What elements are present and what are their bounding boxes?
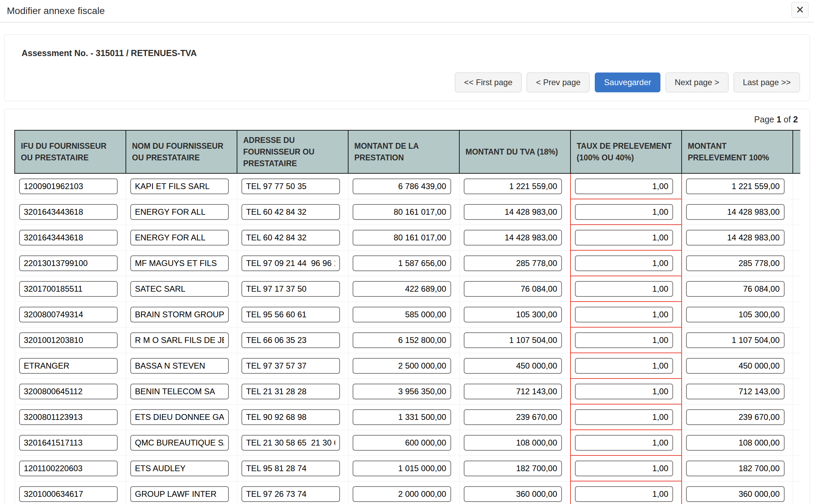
save-button[interactable]: Sauvegarder [595,72,660,92]
prestation-input[interactable] [353,230,451,246]
cell-adresse [237,302,348,327]
prelevement-input[interactable] [686,384,785,399]
prestation-input[interactable] [353,435,451,451]
nom-input[interactable] [130,230,229,246]
prelevement-input[interactable] [686,307,785,322]
tva-input[interactable] [464,486,562,502]
prestation-input[interactable] [353,461,451,476]
tva-input[interactable] [464,409,562,425]
taux-input[interactable] [575,358,673,374]
nom-input[interactable] [130,307,229,322]
prestation-input[interactable] [353,332,451,348]
taux-input[interactable] [575,230,673,246]
prelevement-input[interactable] [686,486,785,502]
prestation-input[interactable] [353,384,451,399]
tva-input[interactable] [464,204,562,220]
nom-input[interactable] [130,332,229,348]
nom-input[interactable] [130,461,229,476]
adresse-input[interactable] [241,204,340,220]
adresse-input[interactable] [241,358,340,374]
prestation-input[interactable] [353,204,451,220]
nom-input[interactable] [130,255,229,271]
adresse-input[interactable] [241,332,340,348]
prelevement-input[interactable] [686,255,785,271]
nom-input[interactable] [130,486,229,502]
tva-input[interactable] [464,435,562,451]
adresse-input[interactable] [241,384,340,399]
adresse-input[interactable] [241,435,340,451]
tva-input[interactable] [464,461,562,476]
tva-input[interactable] [464,307,562,322]
prestation-input[interactable] [353,281,451,297]
ifu-input[interactable] [19,461,118,476]
ifu-input[interactable] [19,384,118,399]
taux-input[interactable] [575,409,673,425]
prestation-input[interactable] [353,178,451,194]
prestation-input[interactable] [353,255,451,271]
prestation-input[interactable] [353,486,451,502]
prelevement-input[interactable] [686,281,785,297]
taux-input[interactable] [575,435,673,451]
ifu-input[interactable] [19,409,118,425]
ifu-input[interactable] [19,332,118,348]
annex-table: IFU DU FOURNISSEUR OU PRESTATAIRENOM DU … [14,130,800,504]
adresse-input[interactable] [241,281,340,297]
taux-input[interactable] [575,204,673,220]
tva-input[interactable] [464,358,562,374]
tva-input[interactable] [464,178,562,194]
adresse-input[interactable] [241,486,340,502]
prelevement-input[interactable] [686,358,785,374]
prelevement-input[interactable] [686,409,785,425]
tva-input[interactable] [464,230,562,246]
taux-input[interactable] [575,255,673,271]
ifu-input[interactable] [19,358,118,374]
cell-nom [126,455,237,481]
tva-input[interactable] [464,255,562,271]
prelevement-input[interactable] [686,332,785,348]
tva-input[interactable] [464,332,562,348]
prestation-input[interactable] [353,307,451,322]
nom-input[interactable] [130,178,229,194]
ifu-input[interactable] [19,281,118,297]
first-page-button[interactable]: << First page [455,72,522,92]
ifu-input[interactable] [19,204,118,220]
ifu-input[interactable] [19,307,118,322]
prelevement-input[interactable] [686,204,785,220]
ifu-input[interactable] [19,435,118,451]
taux-input[interactable] [575,307,673,322]
next-page-button[interactable]: Next page > [666,72,728,92]
adresse-input[interactable] [241,409,340,425]
ifu-input[interactable] [19,255,118,271]
nom-input[interactable] [130,384,229,399]
taux-input[interactable] [575,178,673,194]
taux-input[interactable] [575,281,673,297]
adresse-input[interactable] [241,255,340,271]
ifu-input[interactable] [19,178,118,194]
last-page-button[interactable]: Last page >> [734,72,800,92]
nom-input[interactable] [130,435,229,451]
ifu-input[interactable] [19,486,118,502]
adresse-input[interactable] [241,230,340,246]
ifu-input[interactable] [19,230,118,246]
prestation-input[interactable] [353,358,451,374]
adresse-input[interactable] [241,178,340,194]
prelevement-input[interactable] [686,435,785,451]
adresse-input[interactable] [241,461,340,476]
nom-input[interactable] [130,409,229,425]
nom-input[interactable] [130,281,229,297]
taux-input[interactable] [575,332,673,348]
nom-input[interactable] [130,204,229,220]
prev-page-button[interactable]: < Prev page [527,72,590,92]
close-button[interactable]: ✕ [791,2,809,18]
taux-input[interactable] [575,461,673,476]
prelevement-input[interactable] [686,178,785,194]
nom-input[interactable] [130,358,229,374]
prestation-input[interactable] [353,409,451,425]
taux-input[interactable] [575,486,673,502]
prelevement-input[interactable] [686,230,785,246]
prelevement-input[interactable] [686,461,785,476]
taux-input[interactable] [575,384,673,399]
adresse-input[interactable] [241,307,340,322]
tva-input[interactable] [464,281,562,297]
tva-input[interactable] [464,384,562,399]
